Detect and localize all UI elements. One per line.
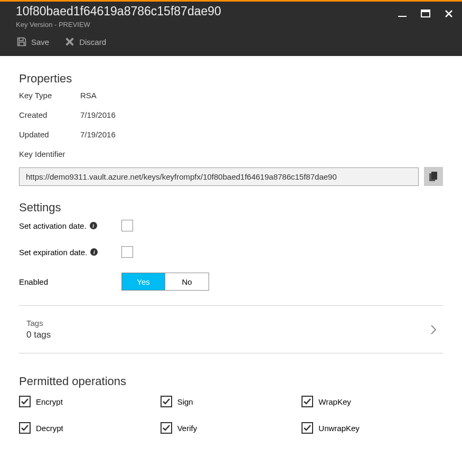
window-title: 10f80baed1f64619a8786c15f87dae90 xyxy=(16,4,221,18)
save-icon xyxy=(16,36,27,48)
key-type-value: RSA xyxy=(80,91,97,100)
maximize-icon xyxy=(420,8,431,19)
key-type-label: Key Type xyxy=(19,91,80,100)
wrapkey-checkbox[interactable] xyxy=(301,396,313,407)
enabled-no-button[interactable]: No xyxy=(165,273,209,290)
info-icon[interactable]: i xyxy=(90,222,97,229)
minimize-icon xyxy=(397,8,408,19)
sign-checkbox[interactable] xyxy=(161,396,172,407)
tags-row[interactable]: Tags 0 tags xyxy=(19,312,443,347)
unwrapkey-label: UnwrapKey xyxy=(318,424,360,433)
updated-label: Updated xyxy=(19,130,80,139)
sign-label: Sign xyxy=(177,397,193,406)
checkmark-icon xyxy=(162,397,171,406)
window-header: 10f80baed1f64619a8786c15f87dae90 Key Ver… xyxy=(0,0,462,56)
discard-label: Discard xyxy=(79,38,106,46)
checkmark-icon xyxy=(303,424,312,432)
activation-date-label: Set activation date. xyxy=(19,221,87,230)
enabled-toggle: Yes No xyxy=(121,273,209,291)
svg-rect-4 xyxy=(431,172,437,180)
maximize-button[interactable] xyxy=(420,8,431,19)
settings-title: Settings xyxy=(19,201,443,214)
checkmark-icon xyxy=(303,397,312,406)
activation-date-checkbox[interactable] xyxy=(121,220,133,231)
decrypt-label: Decrypt xyxy=(36,424,63,433)
decrypt-checkbox[interactable] xyxy=(19,422,31,434)
checkmark-icon xyxy=(162,424,171,432)
verify-label: Verify xyxy=(177,424,197,433)
expiration-date-label: Set expiration date. xyxy=(19,248,87,257)
content-area: Properties Key Type RSA Created 7/19/201… xyxy=(0,56,462,434)
key-identifier-label: Key Identifier xyxy=(19,150,443,158)
wrapkey-label: WrapKey xyxy=(318,397,351,406)
checkmark-icon xyxy=(21,397,29,406)
info-icon[interactable]: i xyxy=(90,248,98,256)
tags-count: 0 tags xyxy=(26,330,51,340)
copy-button[interactable] xyxy=(424,167,443,186)
svg-rect-2 xyxy=(421,10,430,12)
divider xyxy=(19,305,443,306)
close-icon xyxy=(444,8,454,19)
copy-icon xyxy=(429,171,438,182)
unwrapkey-checkbox[interactable] xyxy=(301,422,313,434)
verify-checkbox[interactable] xyxy=(161,422,172,434)
properties-title: Properties xyxy=(19,72,443,86)
enabled-label: Enabled xyxy=(19,277,48,286)
window-subtitle: Key Version - PREVIEW xyxy=(16,21,221,29)
permitted-operations-title: Permitted operations xyxy=(19,375,443,388)
updated-value: 7/19/2016 xyxy=(80,130,116,139)
encrypt-label: Encrypt xyxy=(36,397,63,406)
checkmark-icon xyxy=(21,424,29,432)
discard-button[interactable]: Discard xyxy=(64,36,106,48)
close-button[interactable] xyxy=(444,8,454,19)
tags-label: Tags xyxy=(26,319,51,328)
created-value: 7/19/2016 xyxy=(80,110,116,119)
save-label: Save xyxy=(31,38,49,46)
minimize-button[interactable] xyxy=(397,8,408,19)
discard-icon xyxy=(64,36,76,48)
svg-rect-0 xyxy=(398,16,407,17)
created-label: Created xyxy=(19,110,80,119)
chevron-right-icon xyxy=(430,324,437,335)
enabled-yes-button[interactable]: Yes xyxy=(122,273,165,290)
key-identifier-input[interactable] xyxy=(19,167,419,186)
expiration-date-checkbox[interactable] xyxy=(121,246,133,258)
encrypt-checkbox[interactable] xyxy=(19,396,31,407)
divider xyxy=(19,353,443,353)
save-button[interactable]: Save xyxy=(16,36,49,48)
